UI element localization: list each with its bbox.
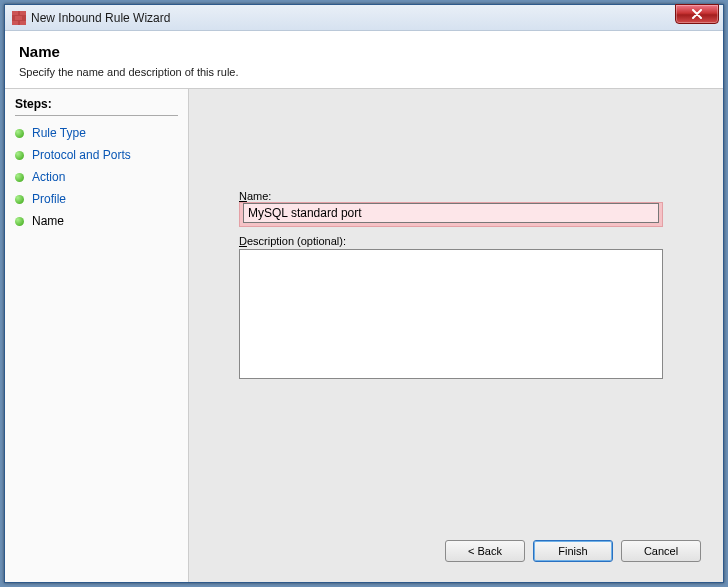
page-subtitle: Specify the name and description of this…	[19, 66, 709, 78]
bullet-icon	[15, 129, 24, 138]
header: Name Specify the name and description of…	[5, 31, 723, 89]
steps-heading: Steps:	[15, 97, 178, 116]
titlebar: New Inbound Rule Wizard	[5, 5, 723, 31]
step-rule-type[interactable]: Rule Type	[15, 122, 178, 144]
sidebar: Steps: Rule Type Protocol and Ports Acti…	[5, 89, 189, 582]
step-name[interactable]: Name	[15, 210, 178, 232]
svg-rect-5	[20, 21, 26, 25]
step-label: Name	[32, 214, 64, 228]
svg-rect-2	[20, 11, 26, 15]
description-label: Description (optional):	[239, 235, 346, 247]
bullet-icon	[15, 173, 24, 182]
step-profile[interactable]: Profile	[15, 188, 178, 210]
step-label: Action	[32, 170, 65, 184]
window-title: New Inbound Rule Wizard	[31, 11, 170, 25]
bullet-icon	[15, 217, 24, 226]
name-input[interactable]	[243, 203, 659, 223]
bullet-icon	[15, 151, 24, 160]
main-panel: Name: Description (optional): < Back Fin…	[189, 89, 723, 582]
svg-rect-3	[15, 16, 22, 20]
back-button[interactable]: < Back	[445, 540, 525, 562]
step-label: Profile	[32, 192, 66, 206]
firewall-icon	[11, 10, 27, 26]
finish-button[interactable]: Finish	[533, 540, 613, 562]
name-label: Name:	[239, 190, 271, 202]
svg-rect-4	[12, 21, 18, 25]
step-protocol-and-ports[interactable]: Protocol and Ports	[15, 144, 178, 166]
description-input[interactable]	[239, 249, 663, 379]
svg-rect-1	[12, 11, 18, 15]
bullet-icon	[15, 195, 24, 204]
step-label: Protocol and Ports	[32, 148, 131, 162]
page-title: Name	[19, 43, 709, 60]
step-action[interactable]: Action	[15, 166, 178, 188]
name-highlight	[239, 202, 663, 227]
step-label: Rule Type	[32, 126, 86, 140]
close-button[interactable]	[675, 4, 719, 24]
cancel-button[interactable]: Cancel	[621, 540, 701, 562]
